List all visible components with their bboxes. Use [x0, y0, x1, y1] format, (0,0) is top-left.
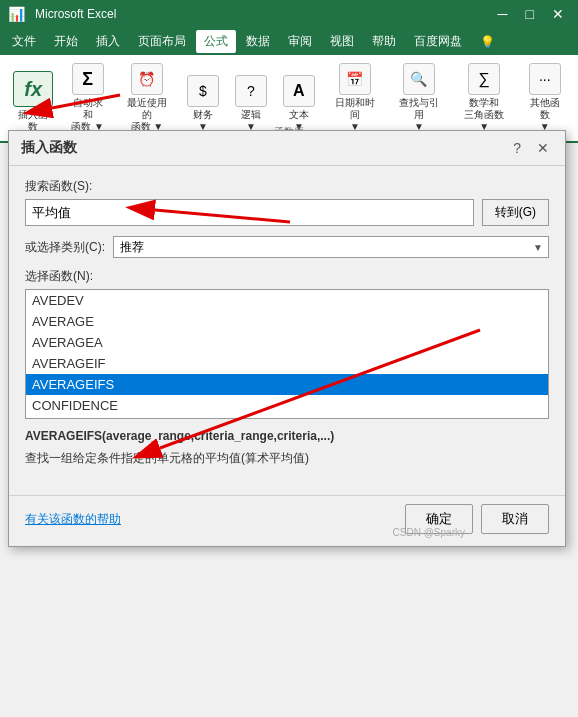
- dialog-title: 插入函数: [21, 139, 77, 157]
- menu-help[interactable]: 帮助: [364, 30, 404, 53]
- close-btn[interactable]: ✕: [546, 6, 570, 22]
- function-signature: AVERAGEIFS(average_range,criteria_range,…: [25, 429, 549, 443]
- dialog-titlebar: 插入函数 ? ✕: [9, 131, 565, 166]
- lookup-btn[interactable]: 🔍 查找与引用▼: [391, 61, 447, 135]
- search-input[interactable]: [25, 199, 474, 226]
- autosum-label: 自动求和函数 ▼: [68, 97, 106, 133]
- go-button[interactable]: 转到(G): [482, 199, 549, 226]
- dialog-body: 搜索函数(S): 转到(G) 或选择类别(C): 推荐 全部 常用函数 财务 日…: [9, 166, 565, 495]
- menu-insert[interactable]: 插入: [88, 30, 128, 53]
- menu-lamp[interactable]: 💡: [472, 32, 503, 52]
- search-label: 搜索函数(S):: [25, 178, 549, 195]
- maximize-btn[interactable]: □: [520, 6, 540, 22]
- func-item-averagea[interactable]: AVERAGEA: [26, 332, 548, 353]
- recent-func-label: 最近使用的函数 ▼: [123, 97, 171, 133]
- other-func-label: 其他函数▼: [526, 97, 564, 133]
- title-icon: 📊: [8, 6, 25, 22]
- insert-function-btn[interactable]: fx 插入函数: [10, 69, 56, 135]
- category-select[interactable]: 推荐 全部 常用函数 财务 日期与时间 数学与三角函数 统计: [113, 236, 549, 258]
- lookup-label: 查找与引用▼: [395, 97, 443, 133]
- datetime-label: 日期和时间▼: [331, 97, 379, 133]
- menu-pagelayout[interactable]: 页面布局: [130, 30, 194, 53]
- recent-func-btn[interactable]: ⏰ 最近使用的函数 ▼: [119, 61, 175, 135]
- logic-btn[interactable]: ? 逻辑 ▼: [231, 73, 271, 135]
- func-item-confidence-norm[interactable]: CONFIDENCE.NORM: [26, 416, 548, 419]
- math-btn[interactable]: ∑ 数学和三角函数 ▼: [455, 61, 514, 135]
- other-func-btn[interactable]: ··· 其他函数▼: [522, 61, 568, 135]
- watermark: CSDN @Sparky: [393, 527, 465, 538]
- cancel-button[interactable]: 取消: [481, 504, 549, 534]
- dialog-footer: 有关该函数的帮助 确定 取消: [9, 495, 565, 546]
- finance-btn[interactable]: $ 财务 ▼: [183, 73, 223, 135]
- func-list-label: 选择函数(N):: [25, 268, 549, 285]
- autosum-btn[interactable]: Σ 自动求和函数 ▼: [64, 61, 110, 135]
- category-select-wrapper: 推荐 全部 常用函数 财务 日期与时间 数学与三角函数 统计 ▼: [113, 236, 549, 258]
- datetime-btn[interactable]: 📅 日期和时间▼: [327, 61, 383, 135]
- title-text: Microsoft Excel: [35, 7, 116, 21]
- math-label: 数学和三角函数 ▼: [459, 97, 510, 133]
- menu-formula[interactable]: 公式: [196, 30, 236, 53]
- category-row: 或选择类别(C): 推荐 全部 常用函数 财务 日期与时间 数学与三角函数 统计…: [25, 236, 549, 258]
- menu-home[interactable]: 开始: [46, 30, 86, 53]
- function-description: 查找一组给定条件指定的单元格的平均值(算术平均值): [25, 449, 549, 467]
- category-label: 或选择类别(C):: [25, 239, 105, 256]
- func-item-confidence[interactable]: CONFIDENCE: [26, 395, 548, 416]
- func-item-avedev[interactable]: AVEDEV: [26, 290, 548, 311]
- menu-bar: 文件 开始 插入 页面布局 公式 数据 审阅 视图 帮助 百度网盘 💡: [0, 28, 578, 55]
- menu-data[interactable]: 数据: [238, 30, 278, 53]
- dialog-help-btn[interactable]: ?: [509, 140, 525, 156]
- menu-file[interactable]: 文件: [4, 30, 44, 53]
- menu-view[interactable]: 视图: [322, 30, 362, 53]
- func-item-average[interactable]: AVERAGE: [26, 311, 548, 332]
- menu-review[interactable]: 审阅: [280, 30, 320, 53]
- function-list[interactable]: AVEDEV AVERAGE AVERAGEA AVERAGEIF AVERAG…: [25, 289, 549, 419]
- menu-baidu[interactable]: 百度网盘: [406, 30, 470, 53]
- title-bar: 📊 Microsoft Excel ─ □ ✕: [0, 0, 578, 28]
- insert-function-dialog: 插入函数 ? ✕ 搜索函数(S): 转到(G) 或选择类别(C): 推荐 全部 …: [8, 130, 566, 547]
- minimize-btn[interactable]: ─: [492, 6, 514, 22]
- search-row: 转到(G): [25, 199, 549, 226]
- dialog-close-btn[interactable]: ✕: [533, 140, 553, 156]
- func-item-averageif[interactable]: AVERAGEIF: [26, 353, 548, 374]
- dialog-controls: ? ✕: [509, 140, 553, 156]
- help-link[interactable]: 有关该函数的帮助: [25, 511, 121, 528]
- func-item-averageifs[interactable]: AVERAGEIFS: [26, 374, 548, 395]
